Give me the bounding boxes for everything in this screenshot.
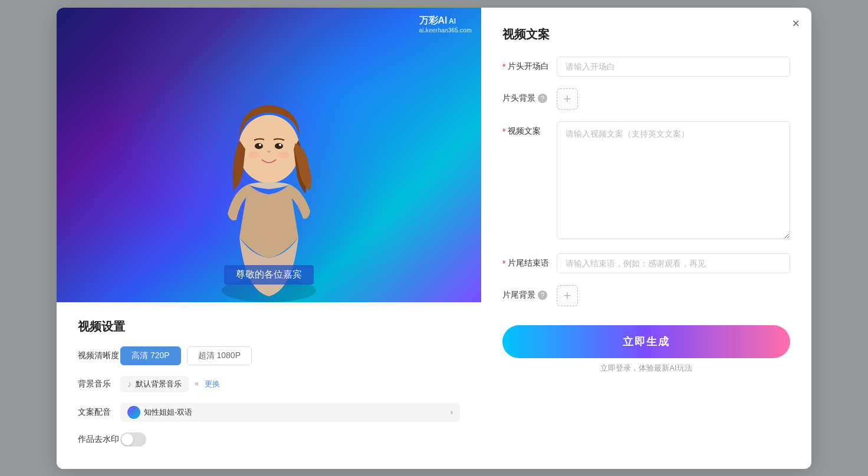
header-bg-help-icon[interactable]: ?: [538, 94, 547, 103]
quality-row: 视频清晰度 高清 720P 超清 1080P: [78, 346, 460, 365]
video-preview-inner: 万彩AI AI ai.keerhan365.com: [57, 8, 481, 302]
video-copy-control: [557, 121, 790, 242]
music-content: ♪ 默认背景音乐 × 更换: [120, 376, 460, 392]
music-row: 背景音乐 ♪ 默认背景音乐 × 更换: [78, 376, 460, 392]
svg-point-6: [259, 144, 261, 146]
quality-1080p-button[interactable]: 超清 1080P: [187, 346, 252, 365]
svg-text:AI: AI: [449, 17, 456, 25]
header-bg-row: 片头背景 ? +: [502, 88, 790, 110]
ending-label: * 片尾结束语: [502, 253, 550, 269]
login-hint: 立即登录，体验最新AI玩法: [502, 363, 790, 373]
voice-content: 知性姐姐-双语 ›: [120, 403, 460, 422]
right-panel: × 视频文案 * 片头开场白 片头背景 ? +: [481, 8, 811, 469]
opening-input[interactable]: [557, 57, 790, 77]
watermark-toggle[interactable]: [120, 432, 146, 447]
music-remove-button[interactable]: ×: [195, 379, 199, 388]
watermark: 万彩AI AI ai.keerhan365.com: [419, 15, 472, 34]
close-button[interactable]: ×: [792, 17, 800, 30]
voice-arrow-icon: ›: [451, 408, 453, 416]
video-settings: 视频设置 视频清晰度 高清 720P 超清 1080P 背景音乐 ♪: [57, 302, 481, 469]
main-modal: 万彩AI AI ai.keerhan365.com: [57, 8, 811, 469]
svg-point-5: [275, 143, 283, 149]
quality-content: 高清 720P 超清 1080P: [120, 346, 460, 365]
ending-row: * 片尾结束语: [502, 253, 790, 273]
watermark-brand: 万彩AI AI: [419, 15, 472, 27]
header-bg-control: +: [557, 88, 790, 110]
watermark-row: 作品去水印: [78, 432, 460, 447]
header-bg-label: 片头背景 ?: [502, 88, 550, 104]
video-copy-textarea[interactable]: [557, 121, 790, 239]
opening-label: * 片头开场白: [502, 57, 550, 72]
music-tag: ♪ 默认背景音乐: [120, 376, 189, 392]
svg-point-8: [248, 151, 260, 158]
footer-bg-help-icon[interactable]: ?: [538, 290, 547, 300]
video-copy-label: * 视频文案: [502, 121, 550, 137]
music-label: 背景音乐: [78, 379, 120, 389]
voice-row: 文案配音 知性姐姐-双语 ›: [78, 403, 460, 422]
quality-label: 视频清晰度: [78, 351, 120, 361]
music-change-button[interactable]: 更换: [205, 379, 220, 389]
footer-bg-row: 片尾背景 ? +: [502, 285, 790, 306]
voice-name-text: 知性姐姐-双语: [144, 407, 192, 418]
ending-required-star: *: [502, 259, 505, 268]
voice-avatar: [127, 406, 140, 419]
opening-required-star: *: [502, 62, 505, 71]
modal-overlay: 万彩AI AI ai.keerhan365.com: [0, 0, 868, 476]
ending-control: [557, 253, 790, 273]
video-copy-required-star: *: [502, 127, 505, 136]
panel-title: 视频文案: [502, 27, 790, 42]
watermark-toggle-label: 作品去水印: [78, 434, 120, 445]
video-preview: 万彩AI AI ai.keerhan365.com: [57, 8, 481, 302]
header-bg-add-button[interactable]: +: [557, 88, 578, 110]
video-copy-row: * 视频文案: [502, 121, 790, 242]
svg-point-9: [278, 151, 290, 158]
generate-button[interactable]: 立即生成: [502, 325, 790, 358]
svg-point-3: [238, 115, 300, 183]
footer-bg-control: +: [557, 285, 790, 306]
svg-point-7: [279, 144, 281, 146]
left-panel: 万彩AI AI ai.keerhan365.com: [57, 8, 481, 469]
watermark-content: [120, 432, 460, 447]
music-note-icon: ♪: [127, 379, 132, 389]
opening-row: * 片头开场白: [502, 57, 790, 77]
subtitle-bar: 尊敬的各位嘉宾: [224, 265, 314, 285]
settings-title: 视频设置: [78, 319, 460, 335]
footer-bg-add-button[interactable]: +: [557, 285, 578, 306]
music-default-text: 默认背景音乐: [136, 379, 182, 389]
opening-control: [557, 57, 790, 77]
voice-tag[interactable]: 知性姐姐-双语 ›: [120, 403, 460, 422]
ending-input[interactable]: [557, 253, 790, 273]
footer-bg-label: 片尾背景 ?: [502, 285, 550, 300]
watermark-url: ai.keerhan365.com: [419, 27, 472, 34]
ai-icon: AI: [449, 15, 459, 26]
quality-720p-button[interactable]: 高清 720P: [120, 346, 181, 365]
svg-point-4: [255, 143, 263, 149]
toggle-knob: [121, 434, 133, 445]
voice-label: 文案配音: [78, 407, 120, 418]
